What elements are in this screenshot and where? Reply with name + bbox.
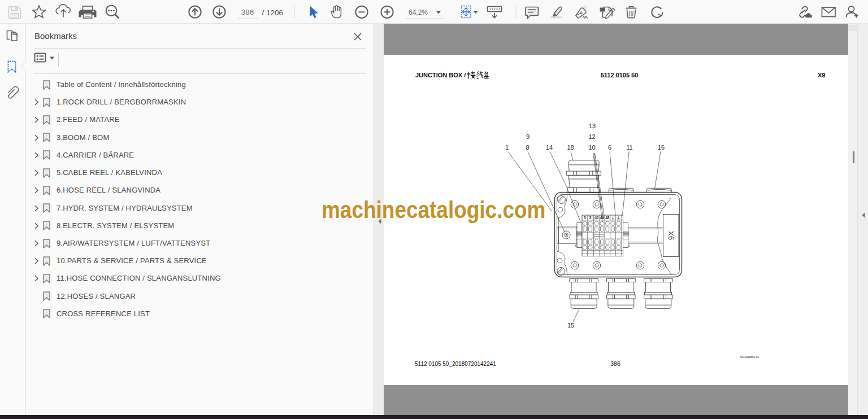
svg-text:64,2%: 64,2% — [409, 8, 428, 16]
svg-text:1: 1 — [505, 144, 509, 151]
svg-text:5: 5 — [584, 216, 586, 220]
svg-text:14: 14 — [546, 144, 553, 151]
svg-text:386: 386 — [610, 360, 620, 367]
svg-text:6: 6 — [608, 144, 611, 151]
svg-text:⊥: ⊥ — [611, 216, 615, 220]
svg-text:40: 40 — [594, 216, 599, 220]
svg-text:5112010551 01: 5112010551 01 — [740, 356, 759, 359]
svg-text:/ 1206: / 1206 — [262, 8, 284, 17]
svg-text:386: 386 — [241, 8, 254, 16]
svg-text:11: 11 — [626, 144, 632, 151]
svg-text:5: 5 — [589, 216, 592, 220]
svg-text:13: 13 — [589, 123, 596, 129]
svg-text:⊥: ⊥ — [617, 216, 620, 220]
svg-text:15: 15 — [567, 322, 574, 329]
svg-text:18: 18 — [567, 144, 574, 151]
svg-text:16: 16 — [658, 144, 665, 151]
svg-text:X9: X9 — [818, 72, 825, 78]
svg-text:48: 48 — [605, 216, 610, 220]
svg-text:5112 0105 50_20180720142241: 5112 0105 50_20180720142241 — [415, 361, 496, 367]
svg-text:10: 10 — [588, 144, 595, 151]
svg-text:9X: 9X — [667, 231, 675, 240]
svg-text:5112 0105 50: 5112 0105 50 — [601, 72, 639, 78]
svg-text:9: 9 — [526, 133, 530, 140]
svg-text:12: 12 — [588, 133, 595, 140]
svg-text:8: 8 — [526, 144, 529, 151]
svg-text:JUNCTION BOX /: JUNCTION BOX / — [415, 72, 466, 78]
